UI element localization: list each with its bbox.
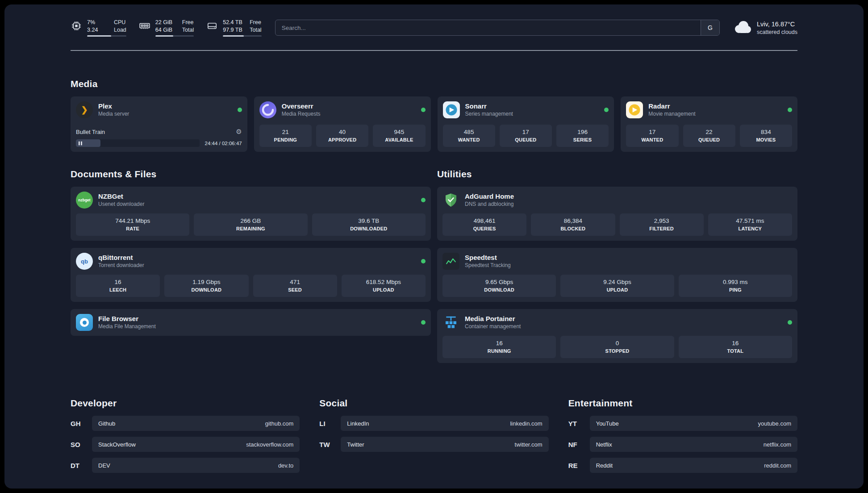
app-name: File Browser [98,315,156,323]
status-dot [788,108,792,112]
ram-stat: 22 GiB 64 GiB Free Total [139,19,194,37]
stat-value: 498,461 [444,217,525,224]
bookmark-youtube: YT YouTube youtube.com [568,416,797,431]
bookmark-link[interactable]: DEV dev.to [92,458,300,473]
app-card-filebrowser[interactable]: File Browser Media File Management [71,309,431,336]
app-card-overseerr[interactable]: Overseerr Media Requests 21 PENDING 40 A… [254,96,431,152]
stat-tile: 21 PENDING [259,125,312,147]
bookmark-linkedin: LI LinkedIn linkedin.com [319,416,548,431]
app-subtitle: Torrent downloader [98,263,144,268]
app-subtitle: DNS and adblocking [465,201,514,207]
media-section: Media ❯ Plex Media server Bullet Tr [71,79,797,152]
app-subtitle: Movie management [648,111,695,117]
stat-label: QUERIES [444,226,525,231]
app-card-portainer[interactable]: Media Portainer Container management 16 … [437,309,797,363]
stat-tile: 0.993 ms PING [679,275,792,297]
stat-label: PING [680,287,790,292]
adguard-icon [442,192,459,209]
gear-icon[interactable]: ⚙ [236,128,242,136]
stat-value: 471 [255,279,335,285]
stat-value: 21 [261,129,310,135]
search-input[interactable] [275,20,720,36]
bookmark-link[interactable]: LinkedIn linkedin.com [341,416,548,431]
stat-tile: 17 WANTED [626,125,678,147]
pause-icon[interactable] [79,141,82,145]
bookmark-link[interactable]: StackOverflow stackoverflow.com [92,437,300,452]
disk-total-label: Total [250,27,261,33]
ram-total-value: 64 GiB [155,27,176,33]
ram-progress-fill [155,35,173,37]
stat-value: 1.19 Gbps [166,279,246,285]
now-playing-widget: Bullet Train ⚙ 24:44 / 02:06:47 [76,128,242,147]
stat-tile: 196 SERIES [556,125,609,147]
stat-value: 618.52 Mbps [343,279,424,285]
bookmark-name: LinkedIn [347,420,369,427]
stat-value: 945 [375,129,423,135]
stat-value: 86,384 [533,217,613,224]
bookmark-url: reddit.com [764,462,791,469]
stat-label: UPLOAD [562,287,672,292]
stat-label: MOVIES [742,137,790,142]
status-dot [238,108,242,112]
app-card-speedtest[interactable]: Speedtest Speedtest Tracking 9.65 Gbps D… [437,248,797,302]
stat-label: DOWNLOAD [166,287,246,292]
stat-label: TOTAL [680,348,790,354]
stat-tile: 47.571 ms LATENCY [708,213,792,236]
stat-tile: 40 APPROVED [316,125,368,147]
bookmark-link[interactable]: Github github.com [92,416,300,431]
bookmark-name: Github [98,420,115,427]
cpu-icon [71,19,82,32]
app-card-adguard[interactable]: AdGuard Home DNS and adblocking 498,461 … [437,187,797,241]
search-engine-button[interactable]: G [701,20,719,35]
status-dot [421,198,426,202]
stat-value: 39.6 TB [314,217,424,224]
bookmark-abbr: YT [568,420,590,427]
nzbget-icon: nzbget [76,192,93,209]
header-divider [71,50,797,51]
bookmark-url: dev.to [278,462,293,469]
playback-time: 24:44 / 02:06:47 [205,141,242,146]
ram-free-value: 22 GiB [155,19,176,25]
bookmark-abbr: LI [319,420,341,427]
app-card-qbittorrent[interactable]: qb qBittorrent Torrent downloader 16 LEE… [71,248,431,302]
status-dot [421,259,426,263]
search-bar[interactable]: G [275,20,720,36]
stat-tile: 9.24 Gbps UPLOAD [560,275,674,297]
weather-location: Lviv, 16.87°C [757,21,797,28]
app-card-nzbget[interactable]: nzbget NZBGet Usenet downloader 744.21 M… [71,187,431,241]
ram-progress-bar [155,35,194,37]
bookmark-name: Netflix [596,441,612,448]
stat-tile: 744.21 Mbps RATE [76,213,189,236]
app-subtitle: Media server [98,111,129,117]
app-name: Radarr [648,103,695,110]
app-name: Plex [98,103,129,110]
disk-free-label: Free [250,19,261,25]
cpu-progress-fill [87,35,111,37]
bookmark-url: twitter.com [515,441,542,448]
stat-tile: 0 STOPPED [560,336,674,358]
app-card-sonarr[interactable]: Sonarr Series management 485 WANTED 17 Q… [438,96,614,152]
stat-value: 266 GB [196,217,305,224]
stat-label: FILTERED [622,226,702,231]
app-card-plex[interactable]: ❯ Plex Media server Bullet Train ⚙ [71,96,247,152]
stat-label: WANTED [628,137,676,142]
bookmark-link[interactable]: YouTube youtube.com [590,416,797,431]
ram-free-label: Free [182,19,194,25]
playback-progress-bar[interactable] [76,139,200,147]
section-title-developer: Developer [71,398,300,409]
stat-tile: 17 QUEUED [500,125,552,147]
stat-tile: 498,461 QUERIES [442,213,526,236]
bookmark-netflix: NF Netflix netflix.com [568,437,797,452]
bookmark-link[interactable]: Reddit reddit.com [590,458,797,473]
stat-value: 744.21 Mbps [78,217,188,224]
bookmark-link[interactable]: Twitter twitter.com [341,437,548,452]
documents-section: Documents & Files nzbget NZBGet Usenet d… [71,169,431,363]
stat-tile: 22 QUEUED [683,125,735,147]
stat-label: PENDING [261,137,310,142]
bookmark-link[interactable]: Netflix netflix.com [590,437,797,452]
app-name: Media Portainer [465,315,521,323]
disk-free-value: 52.4 TB [223,19,243,25]
filebrowser-icon [76,314,93,331]
stat-label: SEED [255,287,335,292]
app-card-radarr[interactable]: Radarr Movie management 17 WANTED 22 QUE… [621,96,797,152]
